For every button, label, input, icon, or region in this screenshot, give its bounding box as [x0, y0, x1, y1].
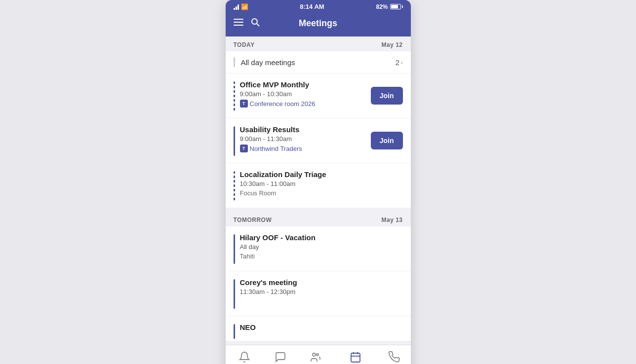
meeting-item: Corey's meeting 11:30am - 12:30pm [226, 271, 411, 316]
meetings-content: TODAY May 12 All day meetings 2 › Office… [226, 36, 411, 345]
all-day-row[interactable]: All day meetings 2 › [226, 51, 411, 73]
activity-icon [238, 351, 250, 364]
meeting-bar-dashed [234, 171, 235, 201]
search-button[interactable] [250, 17, 260, 30]
all-day-bar [234, 57, 235, 67]
meeting-info: Hilary OOF - Vacation All day Tahiti [240, 233, 403, 260]
meeting-item: NEO [226, 316, 411, 341]
meeting-info: Usability Results 9:00am - 11:30am T Nor… [240, 125, 366, 152]
status-right: 82% [376, 3, 402, 10]
svg-line-4 [257, 24, 259, 26]
meeting-location[interactable]: T Conference room 2026 [240, 100, 366, 108]
meeting-time: 10:30am - 11:00am [240, 180, 403, 187]
meeting-item: Hilary OOF - Vacation All day Tahiti [226, 226, 411, 271]
meeting-title: Localization Daily Triage [240, 170, 403, 179]
svg-rect-7 [351, 353, 360, 362]
meeting-title: Hilary OOF - Vacation [240, 233, 403, 242]
today-header: TODAY May 12 [226, 36, 411, 51]
tomorrow-label: TOMORROW [234, 217, 272, 223]
today-label: TODAY [234, 41, 255, 48]
status-left: 📶 [234, 3, 248, 10]
svg-point-3 [252, 19, 257, 24]
meeting-title: NEO [240, 323, 403, 331]
meeting-bar-dashed [234, 81, 235, 111]
chat-icon [275, 351, 286, 364]
today-group: All day meetings 2 › Office MVP Monthly … [226, 51, 411, 208]
svg-rect-0 [234, 19, 243, 20]
chevron-right-icon: › [400, 59, 402, 66]
wifi-icon: 📶 [241, 3, 248, 10]
meeting-title: Office MVP Monthly [240, 80, 366, 89]
meeting-info: NEO [240, 323, 403, 333]
meeting-bar-solid [234, 126, 235, 156]
meeting-bar-solid [234, 324, 235, 339]
meeting-title: Corey's meeting [240, 278, 403, 287]
meeting-location[interactable]: T Northwind Traders [240, 145, 366, 152]
meeting-bar-solid [234, 234, 235, 264]
nav-item-activity[interactable]: Activity [230, 349, 259, 364]
tomorrow-date: May 13 [381, 217, 402, 223]
meeting-bar-solid [234, 279, 235, 309]
nav-item-meetings[interactable]: Meetings [339, 349, 373, 364]
svg-rect-1 [234, 22, 243, 23]
header: Meetings [226, 12, 411, 36]
svg-rect-2 [234, 25, 243, 26]
all-day-label: All day meetings [241, 58, 396, 67]
menu-button[interactable] [234, 17, 243, 30]
meeting-title: Usability Results [240, 125, 366, 134]
today-date: May 12 [381, 41, 402, 48]
bottom-nav: Activity Chat Teams [226, 345, 411, 364]
meeting-info: Office MVP Monthly 9:00am - 10:30am T Co… [240, 80, 366, 108]
teams-icon: T [240, 145, 248, 152]
page-title: Meetings [267, 18, 369, 29]
phone-frame: 📶 8:14 AM 82% M [226, 0, 411, 364]
nav-item-chat[interactable]: Chat [269, 349, 292, 364]
nav-item-teams[interactable]: Teams [302, 349, 329, 364]
svg-point-6 [317, 354, 318, 356]
meeting-location: Focus Room [240, 189, 403, 197]
tomorrow-header: TOMORROW May 13 [226, 212, 411, 226]
calls-icon [388, 351, 400, 364]
all-day-count: 2 › [396, 58, 403, 67]
teams-nav-icon [310, 351, 321, 364]
meeting-time: 11:30am - 12:30pm [240, 288, 403, 295]
meeting-time: All day [240, 243, 403, 251]
status-bar: 📶 8:14 AM 82% [226, 0, 411, 12]
meeting-time: 9:00am - 10:30am [240, 90, 366, 98]
teams-icon: T [240, 100, 248, 108]
join-button-2[interactable]: Join [371, 132, 403, 149]
meeting-location: Tahiti [240, 253, 403, 260]
meeting-time: 9:00am - 11:30am [240, 135, 366, 143]
signal-icon [234, 4, 239, 10]
tomorrow-group: Hilary OOF - Vacation All day Tahiti Cor… [226, 226, 411, 341]
meeting-item: Usability Results 9:00am - 11:30am T Nor… [226, 118, 411, 163]
join-button-1[interactable]: Join [371, 87, 403, 105]
meeting-info: Localization Daily Triage 10:30am - 11:0… [240, 170, 403, 197]
meeting-item: Office MVP Monthly 9:00am - 10:30am T Co… [226, 73, 411, 118]
meeting-info: Corey's meeting 11:30am - 12:30pm [240, 278, 403, 297]
meetings-nav-icon [350, 351, 361, 364]
nav-item-calls[interactable]: Calls [382, 349, 406, 364]
svg-point-5 [313, 353, 316, 356]
battery-icon [390, 4, 403, 9]
battery-percent: 82% [376, 3, 388, 10]
status-time: 8:14 AM [300, 3, 324, 10]
meeting-item: Localization Daily Triage 10:30am - 11:0… [226, 163, 411, 208]
